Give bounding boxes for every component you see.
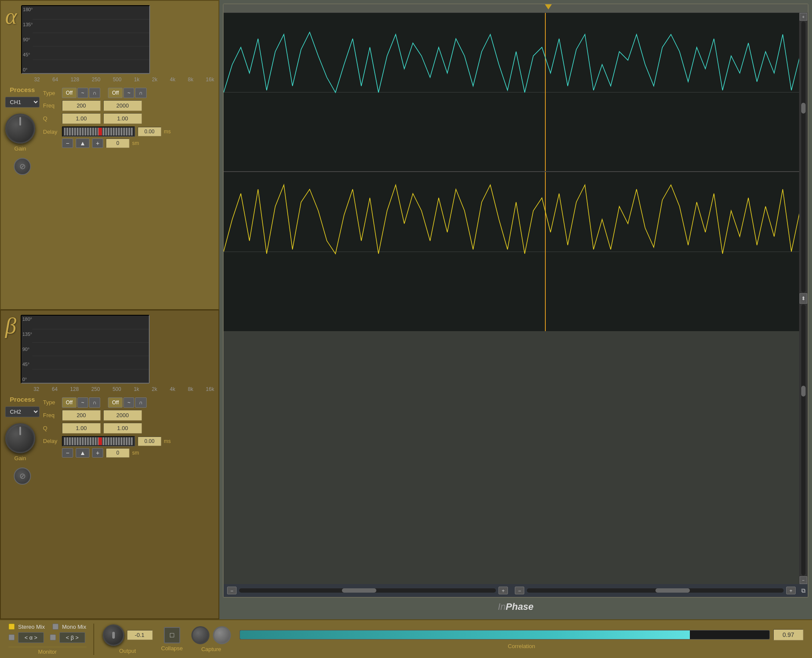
correlation-fill: [240, 630, 690, 639]
beta-filter2-type-btns: Off ~ ∩: [108, 397, 146, 408]
alpha-q1-input[interactable]: [62, 113, 101, 124]
beta-freq-labels: 32641282505001k2k4k8k16k: [21, 386, 214, 392]
beta-f1-hp-btn[interactable]: ∩: [89, 397, 101, 408]
alpha-plus-btn[interactable]: +: [92, 138, 103, 148]
beta-plus-btn[interactable]: +: [92, 448, 103, 458]
h-scroll-thumb-beta[interactable]: [655, 588, 690, 593]
alpha-monitor-btn[interactable]: < α >: [18, 632, 44, 643]
capture-knob2[interactable]: [213, 626, 231, 644]
inphase-label: InPhase: [223, 598, 809, 616]
alpha-phase-labels: 180°135°90°45°0°: [23, 6, 33, 73]
alpha-freq2-input[interactable]: [103, 100, 142, 111]
alpha-monitor-led: [9, 634, 15, 640]
h-scroll-thumb-alpha[interactable]: [342, 588, 376, 593]
alpha-f2-hp-btn[interactable]: ∩: [135, 88, 147, 98]
beta-f2-lp-btn[interactable]: ~: [123, 397, 134, 408]
beta-freq-label: Freq: [43, 412, 59, 418]
beta-gain-label: Gain: [14, 455, 26, 461]
beta-freq2-input[interactable]: [103, 410, 142, 421]
alpha-symbol: α: [5, 5, 17, 28]
beta-sm-input[interactable]: [106, 448, 129, 458]
correlation-bar[interactable]: [240, 630, 770, 640]
alpha-freq-labels: 32641282505001k2k4k8k16k: [21, 77, 214, 83]
beta-f1-off-btn[interactable]: Off: [62, 397, 77, 408]
playhead: [545, 4, 552, 9]
alpha-sm-input[interactable]: [106, 138, 129, 148]
alpha-delay-label: Delay: [43, 129, 59, 135]
alpha-delay-slider[interactable]: [62, 126, 135, 137]
monitor-label: Monitor: [9, 647, 86, 655]
alpha-type-label: Type: [43, 90, 59, 96]
collapse-btn[interactable]: □: [164, 627, 180, 643]
beta-monitor-led: [50, 634, 56, 640]
alpha-delay-value[interactable]: [138, 127, 161, 136]
alpha-filter2-type-btns: Off ~ ∩: [108, 88, 146, 98]
output-knob[interactable]: [103, 624, 124, 646]
svg-rect-10: [224, 172, 799, 331]
beta-channel-select[interactable]: CH2CH1: [5, 406, 40, 417]
correlation-section: 0.97 Correlation: [240, 629, 803, 649]
beta-sm-unit: sm: [132, 450, 139, 456]
alpha-f1-off-btn[interactable]: Off: [62, 88, 77, 98]
h-scroll-left-btn-alpha[interactable]: −: [227, 587, 237, 594]
h-scroll-right-btn-beta[interactable]: +: [786, 587, 796, 594]
right-scrollbar[interactable]: + ⬍ −: [799, 13, 808, 584]
h-scroll-right-btn-alpha[interactable]: +: [498, 587, 508, 594]
scroll-down-btn[interactable]: −: [800, 576, 807, 584]
alpha-gain-knob[interactable]: [5, 114, 35, 144]
h-scroll-track-beta: [527, 588, 784, 593]
alpha-f1-lp-btn[interactable]: ~: [77, 88, 88, 98]
h-scrollbar-alpha[interactable]: − +: [224, 584, 511, 597]
beta-symbol: β: [5, 315, 16, 337]
phase-text: Phase: [506, 601, 534, 612]
beta-delay-unit: ms: [164, 438, 171, 444]
alpha-center-btn[interactable]: ▲: [76, 138, 89, 148]
scroll-thumb2[interactable]: [801, 386, 806, 397]
beta-q1-input[interactable]: [62, 423, 101, 434]
h-scrollbar-beta[interactable]: − +: [511, 584, 799, 597]
beta-gain-knob[interactable]: [5, 423, 35, 453]
beta-monitor-btn[interactable]: < β >: [59, 632, 85, 643]
alpha-q2-input[interactable]: [103, 113, 142, 124]
beta-f1-lp-btn[interactable]: ~: [77, 397, 88, 408]
bottom-bar: Stereo Mix Mono Mix < α > < β > Monitor …: [0, 619, 812, 658]
beta-freq1-input[interactable]: [62, 410, 101, 421]
beta-eq-display: 180°135°90°45°0°: [21, 315, 150, 384]
beta-q2-input[interactable]: [103, 423, 142, 434]
h-scroll-track-alpha: [239, 588, 496, 593]
capture-label: Capture: [201, 646, 221, 652]
alpha-eq-display: 180°135°90°45°0°: [21, 5, 150, 74]
h-scroll-left-btn-beta[interactable]: −: [515, 587, 524, 594]
alpha-phase-invert-btn[interactable]: ⊘: [14, 158, 31, 175]
alpha-waveform-pane: [224, 13, 808, 172]
beta-center-btn[interactable]: ▲: [76, 448, 89, 458]
alpha-waveform-svg: [224, 13, 799, 171]
capture-knob1[interactable]: [191, 626, 209, 644]
alpha-filter1-type-btns: Off ~ ∩: [62, 88, 100, 98]
alpha-minus-btn[interactable]: −: [62, 138, 73, 148]
output-value[interactable]: -0.1: [127, 630, 153, 640]
scroll-up-btn[interactable]: +: [800, 13, 807, 21]
alpha-f1-hp-btn[interactable]: ∩: [89, 88, 101, 98]
scroll-thumb[interactable]: [801, 103, 806, 114]
beta-waveform-svg: [224, 172, 799, 331]
alpha-sm-unit: sm: [132, 140, 139, 146]
alpha-f2-off-btn[interactable]: Off: [108, 88, 123, 98]
beta-minus-btn[interactable]: −: [62, 448, 73, 458]
beta-f2-off-btn[interactable]: Off: [108, 397, 123, 408]
beta-delay-slider[interactable]: [62, 436, 135, 446]
beta-q-label: Q: [43, 425, 59, 431]
scroll-track2: [801, 304, 806, 575]
alpha-freq1-input[interactable]: [62, 100, 101, 111]
correlation-label: Correlation: [240, 643, 803, 649]
svg-rect-9: [224, 13, 799, 171]
beta-phase-invert-btn[interactable]: ⊘: [14, 467, 31, 485]
link-btn[interactable]: ⧉: [799, 584, 808, 597]
beta-delay-value[interactable]: [138, 437, 161, 446]
alpha-f2-lp-btn[interactable]: ~: [123, 88, 134, 98]
split-control[interactable]: ⬍: [800, 293, 807, 304]
mono-mix-label: Mono Mix: [62, 624, 86, 630]
beta-f2-hp-btn[interactable]: ∩: [135, 397, 147, 408]
waveform-container: + ⬍ − −: [223, 3, 809, 598]
alpha-channel-select[interactable]: CH1CH2: [5, 97, 40, 108]
